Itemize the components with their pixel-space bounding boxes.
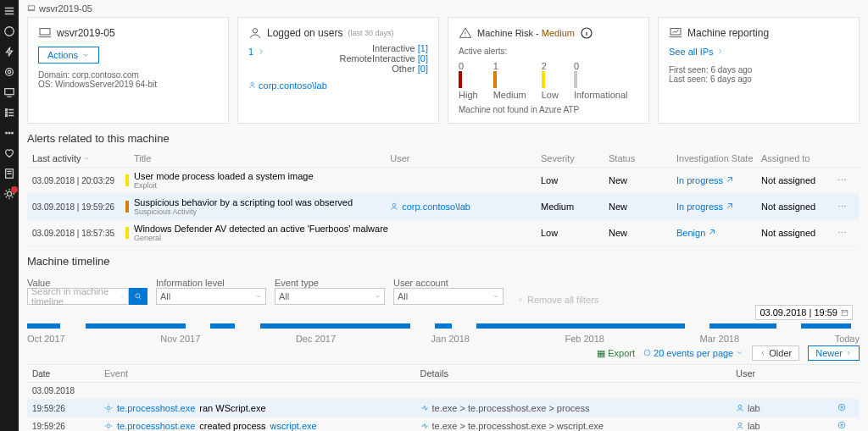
breadcrumb: wsvr2019-05 [19, 0, 868, 17]
user-link[interactable]: corp.contoso\lab [248, 80, 428, 91]
search-button[interactable] [129, 288, 147, 305]
search-input[interactable]: Search in machine timeline [27, 288, 129, 305]
machine-card: wsvr2019-05 Actions Domain: corp.contoso… [27, 17, 229, 124]
risk-card: Machine Risk - Medium Active alerts: 0Hi… [448, 17, 649, 124]
summary-cards: wsvr2019-05 Actions Domain: corp.contoso… [19, 17, 868, 124]
event-type-select[interactable]: All [275, 288, 385, 305]
older-button[interactable]: Older [752, 345, 799, 361]
export-button[interactable]: ▦ Export [597, 348, 635, 359]
alerts-header-row: Last activity Title User Severity Status… [27, 150, 860, 168]
date-group: 03.09.2018 [27, 383, 860, 400]
first-seen: First seen: 6 days ago [669, 65, 849, 75]
user-icon [248, 26, 262, 40]
events-header: Date Event Details User [27, 364, 860, 383]
col-details[interactable]: Details [420, 368, 737, 379]
actions-button[interactable]: Actions [38, 47, 99, 64]
reporting-card: Machine reporting See all IPs First seen… [658, 17, 860, 124]
timeline-filters: Value Search in machine timeline Informa… [27, 278, 860, 305]
newer-button[interactable]: Newer [808, 345, 860, 361]
timeline-track[interactable]: 03.09.2018 | 19:59 Oct 2017Nov 2017Dec 2… [27, 317, 860, 342]
col-last-activity[interactable]: Last activity [32, 153, 125, 163]
risk-title: Machine Risk - Medium [477, 27, 575, 39]
info-icon[interactable] [580, 26, 593, 40]
event-row[interactable]: 19:59:26te.processhost.exe ran WScript.e… [27, 400, 860, 417]
svg-point-1 [6, 69, 14, 76]
col-assigned[interactable]: Assigned to [761, 153, 837, 163]
warning-icon [459, 26, 472, 40]
atp-note: Machine not found in Azure ATP [459, 105, 638, 114]
settings-icon[interactable] [3, 188, 15, 200]
machine-os: OS: WindowsServer2019 64-bit [38, 80, 218, 89]
remove-filters-button[interactable]: Remove all filters [517, 295, 598, 305]
svg-point-11 [253, 29, 257, 33]
svg-point-5 [8, 132, 10, 134]
timeline: Value Search in machine timeline Informa… [27, 278, 860, 431]
calendar-icon [841, 309, 849, 317]
user-account-select[interactable]: All [393, 288, 504, 305]
machine-icon[interactable] [3, 86, 15, 98]
users-title: Logged on users [267, 27, 342, 39]
heart-icon[interactable] [3, 147, 15, 159]
svg-point-20 [738, 405, 742, 408]
see-all-ips-link[interactable]: See all IPs [669, 47, 849, 57]
alert-row[interactable]: 03.09.2018 | 18:57:35Windows Defender AV… [27, 220, 860, 246]
svg-point-2 [8, 70, 11, 74]
report-icon[interactable] [3, 168, 15, 180]
col-investigation[interactable]: Investigation State [676, 153, 761, 163]
svg-point-4 [6, 132, 8, 134]
svg-rect-3 [5, 89, 14, 95]
svg-point-23 [738, 423, 742, 426]
alerts-heading: Alerts related to this machine [19, 124, 868, 150]
users-card: Logged on users (last 30 days) 1 Interac… [237, 17, 439, 124]
event-row[interactable]: 19:59:26te.processhost.exe created proce… [27, 417, 860, 431]
svg-point-12 [251, 82, 253, 85]
svg-point-8 [7, 191, 11, 196]
chevron-right-icon [716, 47, 724, 55]
svg-point-18 [644, 350, 650, 356]
svg-rect-9 [28, 6, 35, 9]
laptop-icon [38, 26, 52, 40]
chevron-down-icon [81, 51, 90, 59]
alerts-table: Last activity Title User Severity Status… [27, 150, 860, 246]
svg-point-19 [107, 406, 110, 410]
menu-icon[interactable] [3, 5, 15, 17]
svg-point-0 [5, 27, 14, 36]
svg-point-22 [107, 424, 110, 428]
svg-rect-14 [670, 29, 681, 35]
machine-domain: Domain: corp.contoso.com [38, 70, 218, 80]
col-status[interactable]: Status [609, 153, 676, 163]
main-content: wsvr2019-05 wsvr2019-05 Actions Domain: … [19, 0, 868, 431]
dots-icon[interactable] [3, 127, 15, 139]
info-level-select[interactable]: All [156, 288, 266, 305]
col-user[interactable]: User [390, 153, 541, 163]
col-event[interactable]: Event [104, 368, 420, 379]
reporting-icon [669, 26, 682, 40]
users-hint: (last 30 days) [348, 29, 393, 37]
ring-icon[interactable] [3, 66, 15, 78]
risk-bars: 0High 1Medium 2Low 0Informational [459, 61, 638, 100]
timeline-heading: Machine timeline [19, 246, 868, 273]
col-date[interactable]: Date [32, 369, 104, 379]
laptop-icon [27, 4, 36, 13]
svg-point-16 [136, 294, 140, 298]
breadcrumb-text: wsvr2019-05 [39, 3, 92, 14]
col-title[interactable]: Title [134, 153, 390, 163]
list-icon[interactable] [3, 107, 15, 119]
col-severity[interactable]: Severity [541, 153, 609, 163]
alert-row[interactable]: 03.09.2018 | 19:59:26Suspicious behavior… [27, 194, 860, 220]
machine-name: wsvr2019-05 [57, 27, 115, 39]
last-seen: Last seen: 6 days ago [669, 75, 849, 84]
col-user[interactable]: User [736, 368, 837, 379]
reporting-title: Machine reporting [687, 27, 769, 39]
filter-acct-label: User account [393, 278, 504, 288]
dashboard-icon[interactable] [3, 25, 15, 37]
events-per-page-select[interactable]: 20 events per page [643, 348, 743, 358]
flash-icon[interactable] [3, 46, 15, 58]
chevron-right-icon [257, 47, 265, 56]
alert-row[interactable]: 03.09.2018 | 20:03:29User mode process l… [27, 168, 860, 194]
timeline-popup[interactable]: 03.09.2018 | 19:59 [755, 305, 853, 320]
svg-point-6 [12, 132, 14, 134]
users-breakdown: Interactive [1] RemoteInteractive [0] Ot… [339, 43, 428, 74]
filter-info-label: Information level [156, 278, 266, 288]
filter-type-label: Event type [275, 278, 385, 288]
